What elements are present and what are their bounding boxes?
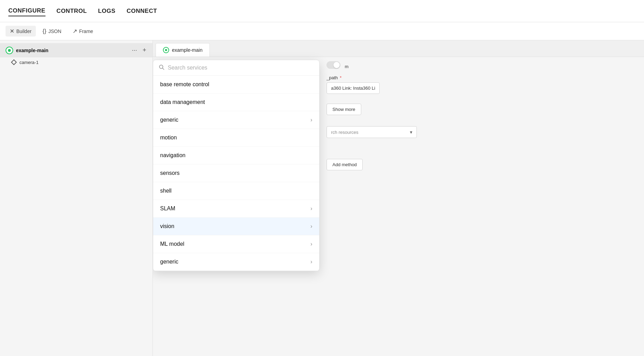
sidebar-component-camera[interactable]: camera-1 — [0, 57, 152, 67]
frame-icon: ↗ — [73, 28, 77, 34]
required-marker: * — [340, 75, 341, 80]
sidebar-actions: ··· + — [130, 46, 148, 55]
component-name-camera: camera-1 — [19, 60, 39, 65]
subnav-frame[interactable]: ↗ Frame — [68, 26, 97, 37]
content-tab-bar: example-main — [153, 40, 644, 57]
tab-robot-dot — [165, 49, 167, 51]
robot-status-dot — [8, 49, 11, 52]
subnav-frame-label: Frame — [79, 29, 93, 34]
search-resources-chevron-icon: ▾ — [410, 129, 412, 135]
nav-logs[interactable]: LOGS — [98, 6, 115, 16]
dropdown-item-sensors[interactable]: sensors — [153, 164, 319, 182]
subnav-builder-label: Builder — [16, 29, 32, 34]
content-area: example-main m _path * a360 Link: Insta3… — [153, 40, 644, 356]
toggle-row: m — [327, 61, 570, 70]
dropdown-item-ml-model[interactable]: ML model › — [153, 235, 319, 253]
dropdown-item-shell[interactable]: shell — [153, 182, 319, 200]
nav-control[interactable]: CONTROL — [57, 6, 87, 16]
subnav-json[interactable]: {} JSON — [39, 26, 66, 37]
tab-label: example-main — [172, 47, 203, 53]
main-layout: example-main ··· + camera-1 — [0, 40, 644, 356]
nav-configure[interactable]: CONFIGURE — [8, 6, 46, 16]
component-diamond-icon — [11, 59, 17, 65]
content-tab-example-main[interactable]: example-main — [156, 43, 210, 57]
subnav-builder[interactable]: ✕ Builder — [6, 26, 36, 37]
chevron-right-icon-vision: › — [311, 223, 312, 229]
dropdown-search-row — [153, 60, 319, 76]
chevron-right-icon: › — [311, 117, 312, 123]
chevron-right-icon-ml: › — [311, 241, 312, 247]
chevron-right-icon-generic2: › — [311, 259, 312, 265]
sidebar-section: example-main ··· + camera-1 — [0, 40, 152, 70]
chevron-right-icon-slam: › — [311, 205, 312, 212]
json-icon: {} — [43, 28, 47, 34]
sidebar-robot-row[interactable]: example-main ··· + — [0, 43, 152, 57]
tab-robot-icon — [163, 47, 169, 53]
dropdown-item-generic-1[interactable]: generic › — [153, 111, 319, 129]
partial-content: m _path * a360 Link: Insta360 Li Show mo… — [327, 61, 570, 170]
toggle-partial-label: m — [345, 64, 348, 69]
field-path-row: _path * a360 Link: Insta360 Li — [327, 75, 570, 94]
search-resources-container[interactable]: rch resources ▾ — [327, 126, 417, 138]
dropdown-item-motion[interactable]: motion — [153, 129, 319, 147]
dropdown-item-generic-2[interactable]: generic › — [153, 253, 319, 271]
sub-nav: ✕ Builder {} JSON ↗ Frame — [0, 22, 644, 40]
field-path-label: _path * — [327, 75, 570, 80]
robot-status-icon — [6, 47, 13, 54]
subnav-json-label: JSON — [48, 29, 61, 34]
svg-line-1 — [163, 68, 164, 70]
dropdown-item-navigation[interactable]: navigation — [153, 147, 319, 164]
search-services-input[interactable] — [168, 65, 314, 71]
nav-connect[interactable]: CONNECT — [126, 6, 157, 16]
dropdown-item-vision[interactable]: vision › — [153, 218, 319, 235]
add-method-button[interactable]: Add method — [327, 159, 363, 170]
add-component-button[interactable]: + — [140, 46, 148, 55]
robot-name: example-main — [16, 48, 130, 53]
search-icon — [159, 64, 164, 71]
toggle-knob — [333, 62, 340, 68]
builder-icon: ✕ — [10, 28, 14, 34]
search-resources-text: rch resources — [331, 130, 358, 135]
dropdown-item-slam[interactable]: SLAM › — [153, 200, 319, 218]
dropdown-item-data-management[interactable]: data management — [153, 94, 319, 111]
more-options-button[interactable]: ··· — [130, 46, 139, 55]
toggle-switch[interactable] — [327, 61, 340, 69]
more-icon: ··· — [132, 47, 137, 54]
top-nav: CONFIGURE CONTROL LOGS CONNECT — [0, 0, 644, 22]
services-dropdown: base remote control data management gene… — [153, 60, 320, 271]
show-more-button[interactable]: Show more — [327, 104, 361, 115]
dropdown-item-base-remote-control[interactable]: base remote control — [153, 76, 319, 94]
add-icon: + — [142, 47, 146, 54]
field-path-input[interactable]: a360 Link: Insta360 Li — [327, 82, 380, 94]
sidebar: example-main ··· + camera-1 — [0, 40, 153, 356]
